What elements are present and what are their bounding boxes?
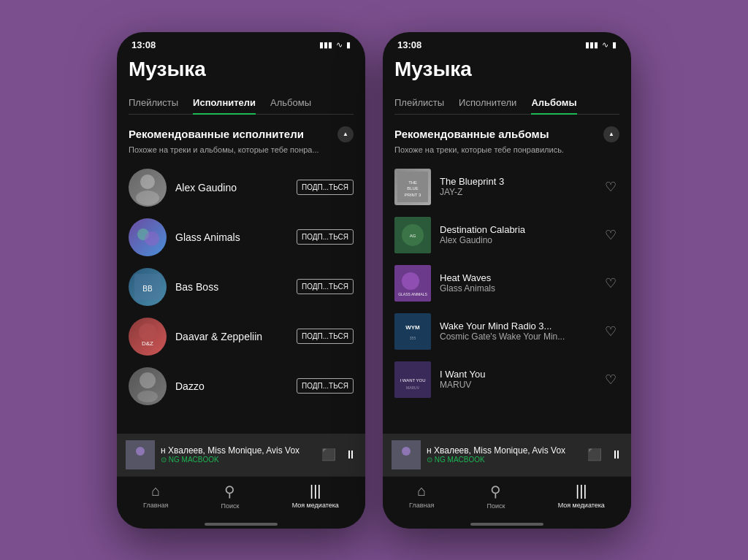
- bottom-nav-left: ⌂ Главная ⚲ Поиск ||| Моя медиатека: [117, 476, 365, 520]
- library-icon-left: |||: [310, 483, 321, 499]
- artist-item-1[interactable]: Alex Gaudino ПОДП...ТЬСЯ: [129, 163, 354, 212]
- follow-button-daavar[interactable]: ПОДП...ТЬСЯ: [297, 329, 354, 344]
- svg-point-29: [402, 447, 411, 456]
- device-icon-right: ⊙: [427, 456, 435, 464]
- collapse-button-left[interactable]: [337, 126, 354, 142]
- album-info-3: Heat Waves Glass Animals: [440, 272, 593, 294]
- svg-text:PRINT 3: PRINT 3: [405, 192, 421, 196]
- heart-button-5[interactable]: ♡: [602, 369, 619, 391]
- album-info-2: Destination Calabria Alex Gaudino: [440, 224, 593, 245]
- tab-playlists-right[interactable]: Плейлисты: [394, 91, 444, 114]
- svg-point-0: [140, 174, 155, 189]
- nav-search-left[interactable]: ⚲ Поиск: [221, 483, 240, 510]
- battery-icon: ▮: [346, 40, 351, 50]
- album-cover-wake: WYM355: [394, 313, 431, 350]
- album-info-5: I Want You MARUV: [440, 369, 593, 390]
- status-time-right: 13:08: [397, 39, 421, 50]
- home-icon-left: ⌂: [151, 483, 160, 499]
- section-header-right: Рекомендованные альбомы: [394, 126, 619, 142]
- screen-icon-left[interactable]: ⬛: [321, 448, 336, 461]
- artist-name-alex: Alex Gaudino: [175, 182, 288, 193]
- album-item-2[interactable]: AG Destination Calabria Alex Gaudino ♡: [394, 211, 619, 259]
- tab-playlists-left[interactable]: Плейлисты: [129, 91, 178, 114]
- album-artist-4: Cosmic Gate's Wake Your Min...: [440, 331, 593, 342]
- nav-library-right[interactable]: ||| Моя медиатека: [558, 483, 605, 510]
- album-item-4[interactable]: WYM355 Wake Your Mind Radio 3... Cosmic …: [394, 307, 619, 356]
- artist-name-bas: Bas Boss: [175, 281, 288, 293]
- album-cover-calabria: AG: [394, 217, 431, 253]
- pause-icon-left[interactable]: ⏸: [345, 448, 356, 461]
- section-header-left: Рекомендованные исполнители: [129, 126, 354, 142]
- album-item-1[interactable]: THEBLUEPRINT 3 The Blueprint 3 JAY-Z ♡: [394, 163, 619, 211]
- album-title-2: Destination Calabria: [440, 224, 593, 235]
- phone-right: 13:08 ▮▮▮ ∿ ▮ Музыка Плейлисты Исполните…: [383, 32, 631, 529]
- album-title-3: Heat Waves: [440, 272, 593, 283]
- nav-home-left[interactable]: ⌂ Главная: [143, 483, 168, 510]
- heart-button-4[interactable]: ♡: [602, 321, 619, 342]
- artist-item-5[interactable]: Dazzo ПОДП...ТЬСЯ: [129, 361, 354, 411]
- status-bar-right: 13:08 ▮▮▮ ∿ ▮: [383, 32, 631, 55]
- np-device-right: ⊙ NG MACBOOK: [427, 456, 581, 464]
- tab-albums-left[interactable]: Альбомы: [270, 91, 311, 114]
- np-title-left: н Хвалеев, Miss Monique, Avis Vox: [161, 445, 316, 456]
- album-title-5: I Want You: [440, 369, 593, 380]
- artist-avatar-dazzo: [129, 367, 167, 405]
- svg-point-20: [402, 272, 419, 290]
- pause-icon-right[interactable]: ⏸: [611, 448, 622, 461]
- album-artist-1: JAY-Z: [440, 187, 593, 197]
- album-info-4: Wake Your Mind Radio 3... Cosmic Gate's …: [440, 321, 593, 342]
- heart-button-2[interactable]: ♡: [602, 224, 619, 246]
- svg-point-8: [140, 372, 156, 388]
- bottom-nav-right: ⌂ Главная ⚲ Поиск ||| Моя медиатека: [383, 476, 631, 520]
- tab-artists-left[interactable]: Исполнители: [193, 91, 256, 114]
- follow-button-alex[interactable]: ПОДП...ТЬСЯ: [297, 180, 354, 195]
- svg-text:GLASS ANIMALS: GLASS ANIMALS: [398, 292, 427, 296]
- collapse-button-right[interactable]: [603, 126, 619, 142]
- np-title-right: н Хвалеев, Miss Monique, Avis Vox: [427, 445, 581, 456]
- follow-button-dazzo[interactable]: ПОДП...ТЬСЯ: [297, 378, 354, 394]
- np-info-right: н Хвалеев, Miss Monique, Avis Vox ⊙ NG M…: [427, 445, 581, 464]
- home-indicator-left: [205, 523, 278, 526]
- heart-button-3[interactable]: ♡: [602, 272, 619, 294]
- album-title-4: Wake Your Mind Radio 3...: [440, 321, 593, 331]
- nav-search-right[interactable]: ⚲ Поиск: [487, 483, 505, 510]
- tab-albums-right[interactable]: Альбомы: [531, 91, 576, 114]
- search-icon-left: ⚲: [224, 483, 235, 500]
- svg-text:BLUE: BLUE: [407, 186, 418, 191]
- np-thumb-right: [392, 440, 421, 469]
- svg-point-9: [137, 391, 158, 402]
- section-subtitle-right: Похоже на треки, которые тебе понравилис…: [394, 145, 619, 154]
- artist-avatar-alex: [129, 169, 167, 207]
- tab-artists-right[interactable]: Исполнители: [459, 91, 516, 114]
- home-indicator-right: [470, 523, 543, 526]
- status-bar-left: 13:08 ▮▮▮ ∿ ▮: [117, 32, 365, 55]
- nav-library-left[interactable]: ||| Моя медиатека: [292, 483, 339, 510]
- np-controls-right: ⬛ ⏸: [587, 448, 622, 461]
- status-icons-left: ▮▮▮ ∿ ▮: [319, 40, 351, 50]
- svg-point-11: [136, 447, 145, 456]
- section-title-right: Рекомендованные альбомы: [394, 128, 549, 140]
- album-cover-iwant: I WANT YOUMARUV: [394, 361, 431, 398]
- follow-button-bas[interactable]: ПОДП...ТЬСЯ: [297, 279, 354, 294]
- artist-name-glass: Glass Animals: [175, 231, 288, 243]
- now-playing-left[interactable]: н Хвалеев, Miss Monique, Avis Vox ⊙ NG M…: [117, 434, 365, 476]
- artist-item-2[interactable]: Glass Animals ПОДП...ТЬСЯ: [129, 212, 354, 262]
- album-item-5[interactable]: I WANT YOUMARUV I Want You MARUV ♡: [394, 356, 619, 404]
- page-title-left: Музыка: [129, 58, 354, 81]
- artist-item-3[interactable]: BB Bas Boss ПОДП...ТЬСЯ: [129, 262, 354, 312]
- screen-icon-right[interactable]: ⬛: [587, 448, 602, 461]
- album-item-3[interactable]: GLASS ANIMALS Heat Waves Glass Animals ♡: [394, 259, 619, 307]
- heart-button-1[interactable]: ♡: [602, 176, 619, 198]
- signal-icon: ▮▮▮: [319, 40, 332, 50]
- battery-icon-right: ▮: [612, 40, 617, 50]
- svg-rect-22: [394, 313, 431, 350]
- home-icon-right: ⌂: [417, 483, 426, 499]
- follow-button-glass[interactable]: ПОДП...ТЬСЯ: [297, 229, 354, 245]
- nav-home-right[interactable]: ⌂ Главная: [409, 483, 434, 510]
- album-cover-heat: GLASS ANIMALS: [394, 265, 431, 302]
- device-icon-left: ⊙: [161, 456, 169, 464]
- np-info-left: н Хвалеев, Miss Monique, Avis Vox ⊙ NG M…: [161, 445, 316, 464]
- page-title-right: Музыка: [394, 58, 619, 81]
- now-playing-right[interactable]: н Хвалеев, Miss Monique, Avis Vox ⊙ NG M…: [383, 434, 631, 476]
- artist-item-4[interactable]: D&Z Daavar & Zeppeliin ПОДП...ТЬСЯ: [129, 312, 354, 361]
